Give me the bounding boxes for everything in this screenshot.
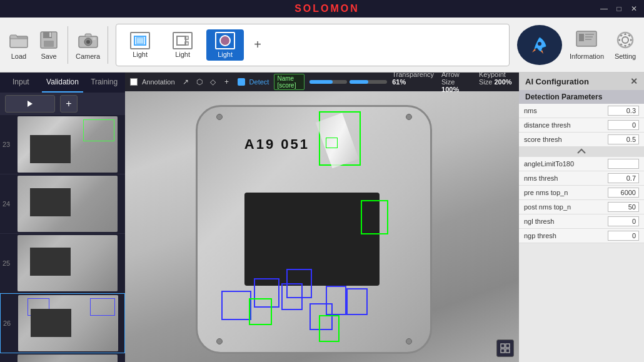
screw-tr	[406, 114, 412, 120]
param-label-angle: angleLimitTo180	[524, 160, 608, 168]
metal-plate: A19 051	[196, 105, 432, 354]
training-tab[interactable]: Training	[83, 73, 125, 93]
camera-icon	[77, 30, 99, 50]
det-box-small-green	[326, 138, 338, 148]
arrow-size-info: Arrow Size 100%	[441, 73, 471, 93]
svg-marker-24	[28, 101, 33, 107]
detect-checkbox-group[interactable]: Detect	[238, 78, 269, 86]
det-box-green-3	[249, 298, 272, 325]
polygon-tool[interactable]: ⬡	[194, 76, 205, 88]
app-title: SOLOMON	[55, 3, 599, 14]
play-button[interactable]	[5, 95, 55, 113]
annotation-checkbox[interactable]	[130, 78, 138, 86]
thumbnail: A 19 A01	[18, 235, 118, 291]
tab-2[interactable]: Light	[164, 29, 201, 61]
camera-tool[interactable]: Camera	[76, 30, 100, 60]
ai-config-panel: AI Configuration ✕ Detection Parameters …	[519, 73, 644, 362]
param-row-nms-thresh: nms thresh	[519, 171, 644, 186]
list-item[interactable]: 26 A 19 051	[0, 293, 125, 353]
param-input-nms-thresh[interactable]	[608, 173, 639, 183]
tab-1[interactable]: Light	[121, 29, 159, 61]
detect-indicator	[238, 78, 245, 86]
add-annotation-tool[interactable]: +	[221, 76, 233, 88]
param-label-ngp: ngp thresh	[524, 232, 608, 239]
tab-3[interactable]: Light	[206, 29, 244, 61]
svg-rect-14	[185, 42, 188, 45]
viewer-toolbar: Annotation ↗ ⬡ ◇ + Detect Name [score]	[125, 73, 519, 91]
play-icon	[26, 99, 34, 108]
information-tool[interactable]: Information	[570, 30, 604, 60]
grid-view-button[interactable]	[496, 339, 514, 357]
validation-tab[interactable]: Validation	[42, 73, 84, 93]
settings-icon	[614, 30, 636, 50]
svg-rect-20	[585, 36, 593, 38]
arrow-tool[interactable]: ↗	[180, 76, 191, 88]
svg-point-16	[538, 42, 541, 46]
svg-point-15	[220, 36, 230, 46]
param-input-post-nms[interactable]	[608, 202, 639, 212]
param-label-ngl: ngl thresh	[524, 218, 608, 225]
param-input-distance-thresh[interactable]	[608, 120, 639, 130]
name-score-badge: Name [score]	[274, 74, 304, 90]
save-label: Save	[41, 53, 56, 60]
input-tab[interactable]: Input	[0, 73, 42, 93]
param-input-score-thresh[interactable]	[608, 134, 639, 144]
thumbnail: A 19 051	[18, 295, 118, 351]
param-input-pre-nms[interactable]	[608, 188, 639, 198]
maximize-button[interactable]: □	[614, 4, 624, 14]
list-item[interactable]: 27 A 19 951	[0, 353, 125, 362]
list-item[interactable]: 24 A 19 051	[0, 174, 125, 234]
play-bar: +	[0, 93, 125, 115]
svg-rect-3	[44, 41, 54, 47]
param-input-angle[interactable]	[608, 159, 639, 169]
close-button[interactable]: ✕	[629, 4, 639, 14]
load-label: Load	[11, 53, 26, 60]
det-box-green-2	[361, 200, 389, 234]
setting-tool[interactable]: Setting	[614, 30, 636, 60]
main-image-area: A19 051	[125, 73, 519, 362]
transparency-slider-group	[309, 80, 387, 84]
save-tool[interactable]: Save	[38, 30, 60, 60]
keypoint-size-info: Keypoint Size 200%	[479, 73, 514, 93]
tab-2-icon	[173, 32, 193, 49]
add-image-button[interactable]: +	[60, 95, 78, 113]
list-item[interactable]: 25 A 19 A01	[0, 234, 125, 293]
window-controls: — □ ✕	[599, 4, 639, 14]
param-label-nms-thresh: nms thresh	[524, 174, 608, 182]
grid-icon	[500, 343, 510, 353]
detection-params-title: Detection Parameters	[519, 90, 644, 104]
detect-label: Detect	[249, 78, 269, 86]
thumbnail: A 19 051	[18, 176, 118, 232]
det-box-blue-6	[326, 286, 346, 315]
divider-2	[108, 26, 108, 64]
param-label-nms: nms	[524, 107, 608, 114]
close-panel-button[interactable]: ✕	[630, 76, 638, 86]
point-tool[interactable]: ◇	[208, 76, 219, 88]
list-item[interactable]: 23 A 19 051	[0, 115, 125, 174]
param-input-ngp[interactable]	[608, 231, 639, 241]
svg-rect-9	[93, 38, 96, 40]
launch-button[interactable]	[517, 25, 562, 65]
rocket-icon	[530, 35, 550, 55]
transparency-slider[interactable]	[309, 80, 347, 84]
param-input-nms[interactable]	[608, 106, 639, 116]
row-number: 23	[3, 141, 18, 148]
annotation-checkbox-group[interactable]: Annotation	[130, 78, 175, 86]
svg-rect-4	[49, 33, 51, 37]
toolbar: Load Save Camera	[0, 18, 644, 73]
folder-icon	[8, 30, 30, 50]
tab-3-icon	[215, 32, 235, 49]
main-content: Input Validation Training + 23 A 19 051	[0, 73, 644, 362]
row-number: 25	[3, 259, 18, 267]
svg-rect-11	[136, 38, 144, 44]
mid-slider[interactable]	[350, 80, 387, 84]
svg-rect-19	[585, 34, 594, 35]
nav-tabs: Input Validation Training	[0, 73, 125, 93]
minimize-button[interactable]: —	[599, 4, 609, 14]
load-tool[interactable]: Load	[8, 30, 30, 60]
expand-params-button[interactable]	[519, 147, 644, 157]
svg-rect-12	[177, 36, 186, 45]
param-input-ngl[interactable]	[608, 216, 639, 226]
param-row-post-nms: post nms top_n	[519, 200, 644, 214]
add-tab-button[interactable]: +	[249, 35, 266, 54]
